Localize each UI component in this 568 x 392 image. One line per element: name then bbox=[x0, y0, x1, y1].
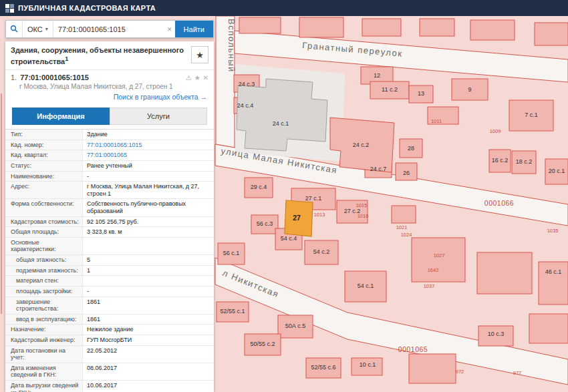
app-logo: ПУБЛИЧНАЯ КАДАСТРОВАЯ КАРТА bbox=[5, 4, 156, 13]
result-icons: ⚠ ★ ✕ bbox=[186, 74, 208, 81]
info-label: Кадастровый инженер: bbox=[5, 335, 83, 345]
parcel-shape[interactable] bbox=[362, 19, 401, 36]
object-type-value: ОКС bbox=[27, 25, 43, 33]
parcel-shape[interactable] bbox=[529, 314, 568, 343]
point-label: 1024 bbox=[401, 232, 412, 238]
parcel-label: 46 с.1 bbox=[545, 268, 562, 275]
info-value: 22.05.2012 bbox=[83, 346, 214, 363]
info-row: Адрес:г Москва, Улица Малая Никитская, д… bbox=[5, 182, 214, 199]
result-item[interactable]: 1. 77:01:0001065:1015 ⚠ ★ ✕ г Москва, Ул… bbox=[5, 70, 214, 105]
parcel-label: 54 с.2 bbox=[313, 248, 330, 255]
parcel-label: 24 с.2 bbox=[353, 142, 370, 148]
point-label: 977 bbox=[513, 370, 522, 376]
info-row: завершение строительства:1861 bbox=[5, 297, 214, 315]
info-row: Дата выгрузки сведений из ГКН:10.06.2017 bbox=[5, 381, 214, 392]
info-row: Кад. номер:77:01:0001065:1015 bbox=[5, 140, 214, 151]
parcel-label: 50А с.5 bbox=[285, 323, 306, 329]
info-label: Дата выгрузки сведений из ГКН: bbox=[5, 381, 83, 392]
parcel-label: 18 с.2 bbox=[516, 158, 533, 165]
result-address: г Москва, Улица Малая Никитская, д 27, с… bbox=[19, 83, 208, 91]
parcel-label: 24 с.1 bbox=[273, 120, 289, 127]
info-label: Кад. квартал: bbox=[5, 150, 83, 160]
info-value[interactable]: 77:01:0001065:1015 bbox=[83, 140, 214, 150]
info-value: Собственность публично-правовых образова… bbox=[83, 199, 214, 216]
parcel-shape[interactable] bbox=[535, 23, 568, 45]
info-label: Тип: bbox=[5, 130, 83, 140]
clear-search-icon[interactable]: ✕ bbox=[167, 26, 172, 33]
info-row: Кадастровый инженер:ГУП МосгорБТИ bbox=[5, 335, 214, 346]
object-type-select[interactable]: ОКС ▾ bbox=[23, 21, 53, 37]
tab-services[interactable]: Услуги bbox=[110, 108, 207, 125]
parcel-label: 29 с.4 bbox=[251, 184, 267, 190]
parcel-shape[interactable] bbox=[420, 19, 454, 36]
info-value[interactable]: 77:01:0001065 bbox=[83, 150, 214, 160]
search-icon[interactable] bbox=[6, 21, 23, 37]
point-label: 1021 bbox=[396, 224, 408, 230]
info-label: Основные характеристики: bbox=[5, 238, 83, 254]
parcel-shape[interactable] bbox=[299, 17, 343, 37]
info-row: Тип:Здание bbox=[5, 130, 214, 140]
info-label: Назначение: bbox=[5, 325, 83, 335]
find-button[interactable]: Найти bbox=[175, 21, 213, 37]
parcel-label: 16 с.2 bbox=[492, 157, 509, 164]
info-value: 5 bbox=[83, 255, 214, 265]
info-label: Наименование: bbox=[5, 172, 83, 182]
info-row: общая этажность:5 bbox=[5, 255, 214, 266]
parcel-shape[interactable] bbox=[392, 206, 416, 223]
info-value: 92 105 256,75 руб. bbox=[83, 217, 214, 227]
warning-icon[interactable]: ⚠ bbox=[186, 74, 192, 81]
parcel-shape[interactable] bbox=[412, 238, 465, 282]
panel-header: Здания, сооружения, объекты незавершенно… bbox=[5, 41, 214, 70]
point-label: 1037 bbox=[424, 283, 435, 289]
parcel-label: 24 с.3 bbox=[239, 81, 255, 87]
parcel-shape[interactable] bbox=[409, 354, 456, 383]
search-input-wrap: ✕ bbox=[53, 21, 175, 37]
parcel-label: 11 с.2 bbox=[382, 86, 398, 93]
tab-information[interactable]: Информация bbox=[12, 108, 110, 125]
street-label: Вспольный bbox=[227, 19, 237, 73]
info-row: материал стен: bbox=[5, 276, 214, 286]
parcel-label: 54 с.1 bbox=[358, 282, 374, 289]
point-label: 1016 bbox=[358, 213, 369, 219]
parcel-shape[interactable] bbox=[477, 252, 532, 294]
favorite-button[interactable]: ★ bbox=[191, 46, 208, 63]
info-row: Основные характеристики: bbox=[5, 238, 214, 255]
point-label: 1035 bbox=[547, 228, 559, 234]
parcel-label: 10 с.1 bbox=[360, 361, 376, 368]
info-row: Форма собственности:Собственность публич… bbox=[5, 199, 214, 216]
info-value: 1 bbox=[83, 266, 214, 276]
star-icon[interactable]: ★ bbox=[194, 74, 200, 81]
parcel-label: 27 с.1 bbox=[305, 195, 322, 202]
chevron-down-icon: ▾ bbox=[45, 26, 48, 32]
parcel-label: 12 bbox=[374, 72, 380, 79]
info-label: Адрес: bbox=[5, 182, 83, 198]
info-label: завершение строительства: bbox=[5, 297, 83, 314]
result-index: 1. bbox=[11, 73, 17, 81]
parcel-shape[interactable] bbox=[239, 17, 281, 33]
parcel-shape[interactable] bbox=[470, 20, 515, 40]
parcel-label: 54 с.4 bbox=[281, 235, 297, 242]
parcel-label: 9 bbox=[468, 86, 471, 93]
info-row: Кад. квартал:77:01:0001065 bbox=[5, 150, 214, 161]
info-label: Дата изменения сведений в ГКН: bbox=[5, 363, 83, 380]
close-icon[interactable]: ✕ bbox=[203, 74, 208, 81]
search-input[interactable] bbox=[53, 21, 175, 37]
info-label: Статус: bbox=[5, 161, 83, 171]
point-label: 1027 bbox=[434, 252, 445, 258]
info-value: 08.06.2017 bbox=[83, 363, 214, 380]
result-row: 1. 77:01:0001065:1015 ⚠ ★ ✕ bbox=[11, 73, 208, 81]
parcel-label: 13 bbox=[418, 90, 424, 97]
search-in-bounds-link[interactable]: Поиск в границах объекта → bbox=[11, 91, 208, 102]
parcel-label: 27 bbox=[293, 214, 301, 222]
info-label: подземная этажность: bbox=[5, 266, 83, 276]
app-title: ПУБЛИЧНАЯ КАДАСТРОВАЯ КАРТА bbox=[18, 4, 156, 12]
panel-title: Здания, сооружения, объекты незавершенно… bbox=[11, 46, 187, 66]
app-header: ПУБЛИЧНАЯ КАДАСТРОВАЯ КАРТА bbox=[0, 0, 568, 16]
parcel-label: 52/55 с.1 bbox=[220, 308, 245, 315]
parcel-label: 50/55 с.2 bbox=[250, 341, 275, 347]
info-value: - bbox=[83, 286, 214, 297]
info-value: 3 323,8 кв. м bbox=[83, 227, 214, 237]
panel-title-sup: 1 bbox=[65, 55, 68, 62]
parcel-label: 28 bbox=[408, 145, 414, 152]
point-label: 1013 bbox=[314, 212, 325, 218]
